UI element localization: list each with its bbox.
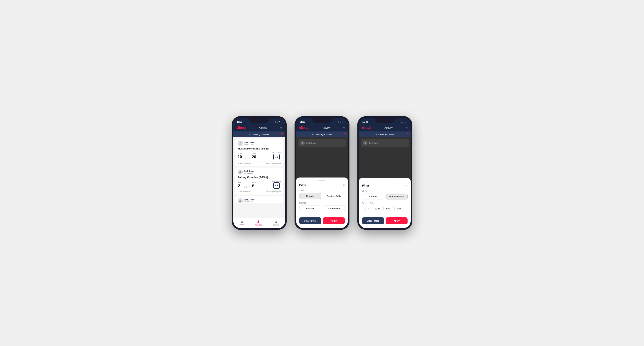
header-title: Activity [384, 126, 392, 129]
card-stats: Score 10 OUT OF Shots 20 Shot Quality 75 [238, 152, 281, 160]
shots-label: Shots [252, 181, 256, 183]
activity-list: Josh Coles 28 Feb 2023 ··· Must Make Put… [233, 137, 285, 218]
filter-settings-icon: ⚙ [249, 133, 251, 136]
nav-item-home[interactable]: ⌂ Home [240, 220, 244, 226]
card-header: Josh Coles 28 Feb 2023 ··· [238, 141, 281, 146]
signal-icon: ▲▲ [400, 121, 404, 123]
filter-actions: Clear Filters Apply [299, 217, 345, 224]
viewing-bar[interactable]: ⚙ Viewing Activities [233, 132, 285, 137]
phones-container: 11:33 ▲▲ ∿ ▪ clippd Activity ≡ ⚙ Viewing… [232, 116, 412, 230]
activities-nav-icon: ♟ [257, 220, 260, 223]
activity-card-partial[interactable]: Josh Coles 28 Feb 2023 ··· [235, 196, 283, 203]
bottom-nav: ⌂ Home ♟ Activities ⊕ Capture [233, 218, 285, 228]
show-filter-buttons: RoundsPractice Drills [362, 193, 408, 199]
user-info: Josh Coles 28 Feb 2023 [238, 141, 254, 146]
filter-header: Filter × [299, 183, 345, 187]
avatar [238, 170, 243, 174]
clear-filters-button[interactable]: Clear Filters [362, 217, 384, 224]
user-date: 28 Feb 2023 [244, 144, 254, 145]
avatar [238, 198, 243, 203]
app-logo: clippd [362, 126, 371, 130]
svg-point-1 [240, 171, 240, 172]
apply-button[interactable]: Apply [386, 217, 408, 224]
phone-screen: 11:33 ▲▲ ∿ ▪ clippd Activity ≡ ⚙ Viewing… [296, 118, 348, 228]
viewing-bar[interactable]: ⚙ Viewing Activities [359, 132, 411, 137]
app-logo: clippd [299, 126, 308, 130]
show-section-label: Show [362, 190, 408, 192]
user-text: Josh Coles 28 Feb 2023 [244, 142, 254, 145]
filter-sheet: Filter × ShowRoundsPractice DrillsPracti… [359, 178, 411, 228]
status-time: 11:33 [300, 121, 305, 123]
user-name: Josh Coles [244, 199, 254, 201]
drill-tag-putt[interactable]: PUTT [394, 206, 405, 211]
filter-handle [381, 181, 388, 181]
shots-value: 20 [252, 155, 256, 159]
score-label: Score [238, 181, 242, 183]
show-btn-practice-drills[interactable]: Practice Drills [386, 193, 408, 199]
battery-icon: ▪ [281, 121, 282, 123]
out-of-label: OUT OF [244, 158, 250, 159]
signal-icon: ▲▲ [338, 121, 341, 123]
score-label: Score [238, 153, 242, 155]
phone-notch [375, 118, 394, 123]
app-logo: clippd [236, 126, 246, 130]
menu-icon[interactable]: ≡ [406, 126, 408, 130]
drill-tags: OTTAPPARGPUTT [362, 206, 408, 211]
status-icons: ▲▲ ∿ ▪ [400, 121, 407, 123]
phone-notch [250, 118, 269, 123]
menu-icon[interactable]: ≡ [343, 126, 345, 130]
activities-nav-label: Activities [255, 224, 262, 226]
wifi-icon: ∿ [404, 121, 406, 123]
card-header: Josh Coles 28 Feb 2023 ··· [238, 170, 281, 174]
card-options-icon[interactable]: ··· [278, 142, 281, 145]
drill-tag-arg[interactable]: ARG [384, 206, 393, 211]
card-footer: ⊙ Test Information Data: Clippd Capture [238, 190, 281, 192]
filter-sheet: Filter × ShowRoundsPractice DrillsRounds… [296, 177, 348, 228]
shot-quality-label: Shot Quality [272, 180, 281, 182]
filter-overlay: Filter × ShowRoundsPractice DrillsRounds… [296, 137, 348, 228]
score-value: 10 [238, 155, 242, 159]
show-btn-rounds[interactable]: Rounds [299, 193, 321, 199]
phone-screen: 11:33 ▲▲ ∿ ▪ clippd Activity ≡ ⚙ Viewing… [233, 118, 285, 228]
round-btn-practice[interactable]: Practice [299, 205, 321, 211]
nav-item-capture[interactable]: ⊕ Capture [273, 220, 279, 226]
show-btn-practice-drills[interactable]: Practice Drills [323, 193, 345, 199]
shot-quality-value: 45 [273, 182, 280, 189]
filter-title: Filter [299, 183, 306, 187]
filter-close-button[interactable]: × [406, 184, 408, 187]
capture-nav-icon: ⊕ [274, 220, 277, 223]
viewing-bar-text: Viewing Activities [378, 133, 394, 136]
rounds-section-label: Rounds [299, 202, 345, 204]
phone-phone1: 11:33 ▲▲ ∿ ▪ clippd Activity ≡ ⚙ Viewing… [232, 116, 287, 230]
viewing-bar[interactable]: ⚙ Viewing Activities [296, 132, 348, 137]
score-stat: Score 0 [238, 181, 242, 188]
card-options-icon[interactable]: ··· [278, 199, 281, 202]
nav-item-activities[interactable]: ♟ Activities [255, 220, 262, 226]
filter-overlay: Filter × ShowRoundsPractice DrillsPracti… [359, 137, 411, 228]
user-name: Josh Coles [244, 142, 254, 144]
home-nav-icon: ⌂ [241, 220, 243, 223]
clear-filters-button[interactable]: Clear Filters [299, 217, 321, 224]
menu-icon[interactable]: ≡ [280, 126, 282, 130]
card-footer: ⊙ Test Information Data: Clippd Capture [238, 161, 281, 164]
svg-point-0 [240, 143, 240, 143]
status-time: 11:33 [237, 121, 242, 123]
score-value: 0 [238, 183, 240, 187]
out-of-label: OUT OF [244, 186, 250, 188]
drill-tag-ott[interactable]: OTT [362, 206, 372, 211]
drill-tag-app[interactable]: APP [373, 206, 382, 211]
shot-quality-label: Shot Quality [272, 152, 281, 154]
card-options-icon[interactable]: ··· [278, 171, 281, 173]
apply-button[interactable]: Apply [323, 217, 345, 224]
phone-phone2: 11:33 ▲▲ ∿ ▪ clippd Activity ≡ ⚙ Viewing… [294, 116, 350, 230]
activity-card[interactable]: Josh Coles 28 Feb 2023 ··· Must Make Put… [235, 139, 283, 166]
card-data: Data: Clippd Capture [266, 191, 281, 192]
status-icons: ▲▲ ∿ ▪ [338, 121, 344, 123]
show-filter-buttons: RoundsPractice Drills [299, 193, 345, 199]
filter-close-button[interactable]: × [343, 183, 345, 187]
show-btn-rounds[interactable]: Rounds [362, 193, 384, 199]
user-text: Josh Coles 28 Feb 2023 [244, 170, 254, 174]
round-btn-tournament[interactable]: Tournament [323, 205, 345, 211]
filter-settings-icon: ⚙ [375, 133, 377, 136]
activity-card[interactable]: Josh Coles 28 Feb 2023 ··· Putting Combi… [235, 168, 283, 194]
